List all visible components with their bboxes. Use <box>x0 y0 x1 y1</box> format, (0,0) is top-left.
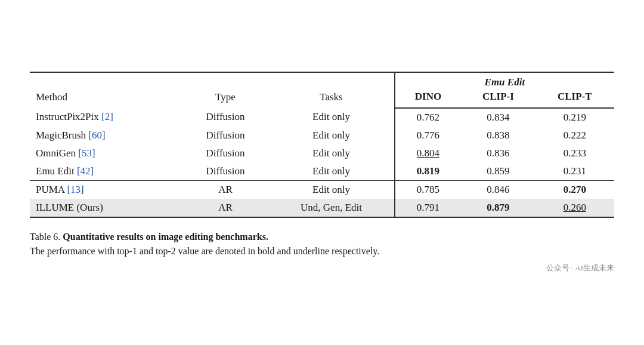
header-clipt: CLIP-T <box>535 90 614 108</box>
cell-clipt: 0.260 <box>535 199 614 217</box>
header-clipi: CLIP-I <box>461 90 535 108</box>
cell-tasks: Edit only <box>268 108 394 127</box>
ref-link: [2] <box>101 111 113 122</box>
cell-type: Diffusion <box>182 127 269 144</box>
cell-type: Diffusion <box>182 144 269 162</box>
cell-type: AR <box>182 181 269 199</box>
cell-method: PUMA [13] <box>30 181 182 199</box>
cell-tasks: Edit only <box>268 181 394 199</box>
header-tasks: Tasks <box>268 72 394 108</box>
header-type: Type <box>182 72 269 108</box>
results-table: Method Type Tasks Emu Edit DINO CLIP-I C… <box>30 72 614 218</box>
cell-clipi: 0.834 <box>461 108 535 127</box>
table-row: InstructPix2Pix [2]DiffusionEdit only0.7… <box>30 108 614 127</box>
table-body: InstructPix2Pix [2]DiffusionEdit only0.7… <box>30 108 614 218</box>
table-row: OmniGen [53]DiffusionEdit only0.8040.836… <box>30 144 614 162</box>
ref-link: [42] <box>77 165 94 177</box>
caption-bold-text: Quantitative results on image editing be… <box>63 232 268 242</box>
header-emu-group: Emu Edit <box>395 72 614 90</box>
ref-link: [13] <box>67 184 83 195</box>
cell-dino: 0.791 <box>395 199 462 217</box>
cell-tasks: Edit only <box>268 162 394 181</box>
table-caption: Table 6. Quantitative results on image e… <box>30 230 614 274</box>
cell-clipi: 0.859 <box>461 162 535 181</box>
page-container: Method Type Tasks Emu Edit DINO CLIP-I C… <box>30 72 614 274</box>
table-header-row-1: Method Type Tasks Emu Edit <box>30 72 614 90</box>
cell-dino: 0.804 <box>395 144 462 162</box>
cell-clipi: 0.838 <box>461 127 535 144</box>
cell-type: AR <box>182 199 269 217</box>
cell-dino: 0.762 <box>395 108 462 127</box>
cell-clipt: 0.222 <box>535 127 614 144</box>
ref-link: [53] <box>78 147 95 159</box>
cell-dino: 0.785 <box>395 181 462 199</box>
cell-clipt: 0.233 <box>535 144 614 162</box>
cell-method: InstructPix2Pix [2] <box>30 108 182 127</box>
cell-type: Diffusion <box>182 162 269 181</box>
cell-method: MagicBrush [60] <box>30 127 182 144</box>
cell-clipi: 0.879 <box>461 199 535 217</box>
table-row: Emu Edit [42]DiffusionEdit only0.8190.85… <box>30 162 614 181</box>
cell-tasks: Und, Gen, Edit <box>268 199 394 217</box>
cell-type: Diffusion <box>182 108 269 127</box>
header-method: Method <box>30 72 182 108</box>
cell-clipt: 0.231 <box>535 162 614 181</box>
caption-table-num: Table 6. <box>30 232 60 242</box>
cell-clipi: 0.846 <box>461 181 535 199</box>
watermark: 公众号 · AI生成未来 <box>30 262 614 274</box>
cell-dino: 0.776 <box>395 127 462 144</box>
cell-clipt: 0.270 <box>535 181 614 199</box>
cell-clipi: 0.836 <box>461 144 535 162</box>
ref-link: [60] <box>88 130 105 141</box>
header-dino: DINO <box>395 90 462 108</box>
cell-method: Emu Edit [42] <box>30 162 182 181</box>
cell-tasks: Edit only <box>268 127 394 144</box>
cell-clipt: 0.219 <box>535 108 614 127</box>
table-row: MagicBrush [60]DiffusionEdit only0.7760.… <box>30 127 614 144</box>
table-row: ILLUME (Ours)ARUnd, Gen, Edit0.7910.8790… <box>30 199 614 217</box>
cell-method: OmniGen [53] <box>30 144 182 162</box>
caption-body: The performance with top-1 and top-2 val… <box>30 246 379 256</box>
table-row: PUMA [13]AREdit only0.7850.8460.270 <box>30 181 614 199</box>
cell-tasks: Edit only <box>268 144 394 162</box>
cell-method: ILLUME (Ours) <box>30 199 182 217</box>
cell-dino: 0.819 <box>395 162 462 181</box>
